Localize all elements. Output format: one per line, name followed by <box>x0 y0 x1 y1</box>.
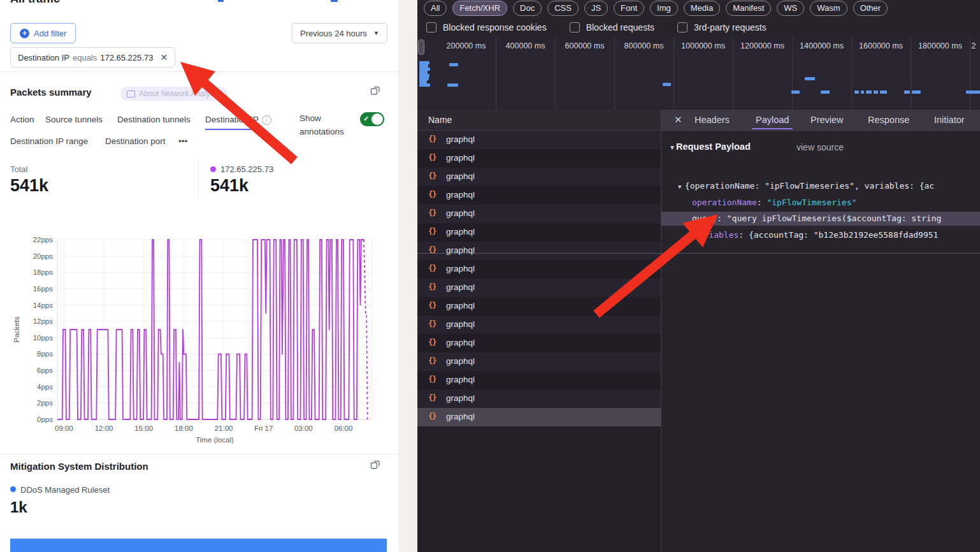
detail-tab-payload[interactable]: Payload <box>756 115 789 125</box>
json-request-icon: {} <box>428 356 436 365</box>
y-tick-label: 12pps <box>33 317 54 325</box>
timeline-label: 1400000 ms <box>800 41 844 50</box>
name-column-header[interactable]: Name <box>417 110 661 131</box>
tab-destination-ip-range[interactable]: Destination IP range <box>10 136 88 146</box>
y-tick-label: 6pps <box>37 367 53 374</box>
payload-variables-line[interactable]: ▶ variables: {accountTag: "b12e3b2192ee5… <box>687 230 980 240</box>
request-name: graphql <box>446 171 475 181</box>
request-row[interactable]: {}graphql <box>417 149 661 168</box>
request-row[interactable]: {}graphql <box>417 205 661 223</box>
detail-tab-headers[interactable]: Headers <box>695 115 730 125</box>
request-row[interactable]: {}graphql <box>417 168 661 186</box>
mitigation-bar[interactable] <box>10 539 387 552</box>
add-filter-label: Add filter <box>34 29 66 38</box>
page-title: All traffic <box>10 0 60 5</box>
request-row[interactable]: {}graphql <box>417 371 661 389</box>
filter-pill-ws[interactable]: WS <box>777 1 804 16</box>
active-tab-underline <box>752 128 793 130</box>
request-row[interactable]: {}graphql <box>417 186 661 205</box>
json-request-icon: {} <box>428 134 436 143</box>
payload-root-line[interactable]: ▼ {operationName: "ipFlowTimeseries", va… <box>678 181 980 191</box>
checkbox-label: Blocked requests <box>586 22 654 33</box>
filter-pill-manifest[interactable]: Manifest <box>726 1 771 16</box>
section-divider <box>0 71 398 72</box>
filter-pill-font[interactable]: Font <box>614 1 644 16</box>
tab-destination-ip[interactable]: Destination IPi <box>205 115 271 125</box>
request-row[interactable]: {}graphql <box>417 223 661 242</box>
devtools-network-panel: AllFetch/XHRDocCSSJSFontImgMediaManifest… <box>417 0 980 552</box>
request-row[interactable]: {}graphql <box>417 242 661 260</box>
request-row[interactable]: {}graphql <box>417 131 661 149</box>
packets-timeseries-chart[interactable]: 0pps2pps4pps6pps8pps10pps12pps14pps16pps… <box>0 226 398 448</box>
detail-tabbar: ✕ HeadersPayloadPreviewResponseInitiator <box>661 110 980 131</box>
tab-[interactable]: ••• <box>178 136 187 146</box>
active-tab-underline <box>205 129 263 130</box>
filter-pill-js[interactable]: JS <box>584 1 608 16</box>
timeline-divider <box>792 37 793 110</box>
request-timing-mark <box>821 91 830 94</box>
show-annotations-toggle[interactable]: ✓ <box>360 112 384 126</box>
request-row[interactable]: {}graphql <box>417 297 661 316</box>
screenshot-root: All traffic + Add filter Previous 24 hou… <box>0 0 980 552</box>
json-request-icon: {} <box>428 393 436 402</box>
detail-tab-response[interactable]: Response <box>868 115 909 125</box>
info-icon[interactable]: i <box>262 115 271 125</box>
filter-pill-wasm[interactable]: Wasm <box>810 1 847 16</box>
payload-query-line[interactable]: query: "query ipFlowTimeseries($accountT… <box>692 214 980 223</box>
request-name: graphql <box>446 338 475 347</box>
checkbox-box[interactable] <box>677 22 688 33</box>
filter-pill-fetch-xhr[interactable]: Fetch/XHR <box>452 1 507 16</box>
timeline-label: 600000 ms <box>565 41 605 50</box>
filter-chip[interactable]: Destination IP equals 172.65.225.73 ✕ <box>10 47 175 68</box>
request-row[interactable]: {}graphql <box>417 316 661 334</box>
request-row[interactable]: {}graphql <box>417 279 661 297</box>
x-tick-label: 12:00 <box>95 425 113 432</box>
section-divider <box>0 454 398 454</box>
request-row[interactable]: {}graphql <box>417 389 661 408</box>
timeline-handle[interactable] <box>418 40 424 55</box>
popout-icon[interactable] <box>370 460 380 470</box>
json-key: operationName <box>692 198 757 207</box>
clipped-toolbar-fragment <box>218 0 224 2</box>
checkbox-3rd-party-requests[interactable]: 3rd-party requests <box>677 22 767 33</box>
close-icon[interactable]: ✕ <box>674 114 682 126</box>
detail-tab-preview[interactable]: Preview <box>811 115 844 125</box>
filter-pill-css[interactable]: CSS <box>547 1 579 16</box>
tab-source-tunnels[interactable]: Source tunnels <box>45 115 103 124</box>
filter-pill-doc[interactable]: Doc <box>513 1 542 16</box>
tab-destination-port[interactable]: Destination port <box>105 136 166 146</box>
request-row[interactable]: {}graphql <box>417 260 661 279</box>
timeline-label: 1000000 ms <box>681 41 725 50</box>
packets-summary-title: Packets summary <box>10 87 92 98</box>
network-overview-timeline[interactable]: 200000 ms400000 ms600000 ms800000 ms1000… <box>417 37 980 110</box>
add-filter-button[interactable]: + Add filter <box>10 23 76 43</box>
y-tick-label: 4pps <box>37 383 53 391</box>
request-detail-pane: ✕ HeadersPayloadPreviewResponseInitiator… <box>661 110 980 552</box>
filter-pill-img[interactable]: Img <box>650 1 678 16</box>
total-value: 541k <box>10 176 48 196</box>
tab-action[interactable]: Action <box>10 115 34 124</box>
remove-filter-icon[interactable]: ✕ <box>160 52 168 62</box>
checkbox-blocked-response-cookies[interactable]: Blocked response cookies <box>426 22 547 33</box>
json-request-icon: {} <box>428 319 436 328</box>
popout-icon[interactable] <box>370 85 380 96</box>
json-value-text: : {accountTag: "b12e3b2192ee5588fdad9951 <box>739 230 938 240</box>
checkbox-box[interactable] <box>426 22 436 33</box>
filter-pill-other[interactable]: Other <box>853 1 888 16</box>
time-range-dropdown[interactable]: Previous 24 hours ▼ <box>292 23 387 43</box>
tab-destination-tunnels[interactable]: Destination tunnels <box>117 115 191 124</box>
detail-tab-initiator[interactable]: Initiator <box>934 115 965 125</box>
checkbox-blocked-requests[interactable]: Blocked requests <box>570 22 654 33</box>
request-row[interactable]: {}graphql <box>417 352 661 371</box>
request-payload-header[interactable]: ▼Request Payload <box>669 142 751 152</box>
filter-operator: equals <box>73 53 97 62</box>
json-request-icon: {} <box>428 190 436 199</box>
view-source-link[interactable]: view source <box>796 142 844 152</box>
request-row[interactable]: {}graphql <box>417 334 661 352</box>
checkbox-box[interactable] <box>570 22 580 33</box>
filter-pill-all[interactable]: All <box>424 1 447 16</box>
book-icon <box>127 91 135 98</box>
request-timing-mark <box>854 91 859 94</box>
request-row[interactable]: {}graphql <box>417 408 661 426</box>
filter-pill-media[interactable]: Media <box>684 1 720 16</box>
